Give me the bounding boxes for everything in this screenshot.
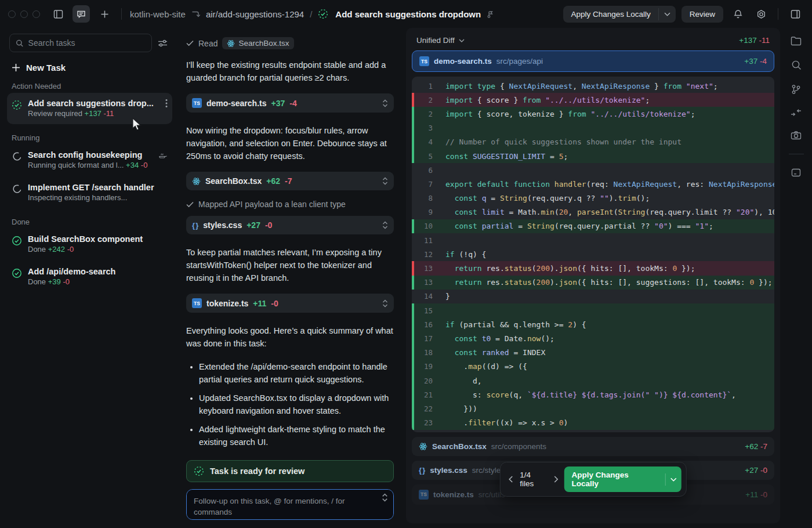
new-tab-button[interactable] <box>96 5 113 23</box>
diff-file-demo-search[interactable]: TS demo-search.ts src/pages/api +37 -4 <box>412 50 774 72</box>
diff-file-name: styles.css <box>430 466 467 475</box>
followup-composer[interactable]: Sonnet 4 Ask Permission <box>186 489 394 520</box>
diff-panel: Unified Diff +137 -11 TS demo-search.ts … <box>406 28 780 523</box>
apply-changes-chevron[interactable] <box>665 473 682 486</box>
additions-count: +27 <box>246 220 260 230</box>
task-check-icon <box>318 9 328 19</box>
notifications-bell-icon[interactable] <box>729 5 746 23</box>
tool-call-label: Read <box>198 39 217 48</box>
filter-icon[interactable] <box>158 39 168 48</box>
diff-file-searchbox[interactable]: SearchBox.tsx src/components +62 -7 <box>412 437 774 456</box>
deletions-count: -0 <box>265 220 272 230</box>
camera-icon[interactable] <box>791 131 802 140</box>
expand-chevrons-icon[interactable] <box>382 99 388 107</box>
code-line: 22 })) <box>412 402 774 415</box>
chat-view-icon[interactable] <box>72 5 90 23</box>
task-item-implement-get-handler[interactable]: Implement GET /search handler Inspecting… <box>7 177 172 208</box>
next-file-icon[interactable] <box>554 476 559 483</box>
code-line: 13 return res.status(200).json({ hits: [… <box>412 276 774 290</box>
right-panel-toggle-icon[interactable] <box>786 5 804 23</box>
css-braces-icon: { } <box>192 221 198 230</box>
window-close-button[interactable] <box>8 10 16 18</box>
diff-file-counts: +37 -4 <box>744 57 767 66</box>
task-title: Search config housekeeping <box>28 150 154 160</box>
git-branch-icon[interactable] <box>791 84 801 95</box>
task-item-add-api-demo-search[interactable]: Add /api/demo-search Done +39 -0 <box>7 261 172 292</box>
tool-call-mapped: Mapped API payload to a lean client type <box>186 200 394 209</box>
additions-count: +62 <box>266 176 280 186</box>
summary-item: Updated SearchBox.tsx to display a dropd… <box>199 392 394 417</box>
typescript-icon: TS <box>419 56 429 66</box>
code-line: 10 const partial = String(req.query.part… <box>412 219 774 233</box>
code-line: 21 s: score(q, `${d.title} ${d.tags.join… <box>412 388 774 402</box>
css-braces-icon: { } <box>419 466 425 475</box>
spinner-icon <box>12 150 22 170</box>
file-chip-name: styles.css <box>203 220 242 230</box>
apply-changes-locally-button[interactable]: Apply Changes Locally <box>563 6 675 23</box>
file-chip-styles[interactable]: { } styles.css +27 -0 <box>186 216 394 234</box>
expand-chevrons-icon[interactable] <box>382 177 388 185</box>
apply-changes-locally-button-floating[interactable]: Apply Changes Locally <box>564 466 682 492</box>
deletions-count: -4 <box>289 99 296 108</box>
apply-changes-chevron[interactable] <box>658 8 676 20</box>
section-done: Done <box>12 218 165 226</box>
search-icon[interactable] <box>791 60 802 70</box>
project-name[interactable]: kotlin-web-site <box>130 9 186 19</box>
plus-icon <box>12 63 20 72</box>
task-item-build-searchbox[interactable]: Build SearchBox component Done +242 -0 <box>7 229 172 260</box>
code-line: 2import { score, tokenize } from "../../… <box>412 107 774 121</box>
task-status: Review required +137 -11 <box>28 109 114 118</box>
file-pager: 1/4 files <box>508 471 558 488</box>
banner-text: Task is ready for review <box>210 466 304 476</box>
topbar-divider <box>121 8 122 20</box>
code-line: 8 const q = String(req.query.q ?? "").tr… <box>412 191 774 205</box>
task-status: Inspecting existing handlers... <box>28 193 127 202</box>
diff-total-counts: +137 -11 <box>739 36 770 45</box>
additions-count: +11 <box>253 299 266 308</box>
read-file-chip[interactable]: SearchBox.tsx <box>222 37 293 49</box>
task-title: Add /api/demo-search <box>28 267 168 276</box>
react-icon <box>227 39 235 48</box>
assistant-message: To keep partial matches relevant, I’m ex… <box>186 246 394 284</box>
expand-chevrons-icon[interactable] <box>382 299 388 308</box>
cooking-icon <box>158 150 168 159</box>
task-title: Implement GET /search handler <box>28 183 168 192</box>
review-button[interactable]: Review <box>682 6 723 23</box>
read-file-name: SearchBox.tsx <box>238 39 289 48</box>
deletions-count: -0 <box>271 299 278 308</box>
sidebar-toggle-icon[interactable] <box>49 5 67 23</box>
branch-name[interactable]: air/add-suggestions-1294 <box>206 9 304 19</box>
diff-mode-selector[interactable]: Unified Diff <box>416 36 465 45</box>
task-sidebar: New Task Action Needed Add search sugges… <box>0 28 177 528</box>
window-zoom-button[interactable] <box>32 10 40 18</box>
task-menu-icon[interactable] <box>165 99 168 108</box>
files-folder-icon[interactable] <box>791 36 802 46</box>
code-line: 15 <box>412 303 774 317</box>
expand-chevrons-icon[interactable] <box>382 221 388 229</box>
done-check-icon <box>12 267 22 287</box>
task-item-search-config[interactable]: Search config housekeeping Running quick… <box>7 144 172 176</box>
prev-file-icon[interactable] <box>508 476 513 483</box>
apply-changes-label[interactable]: Apply Changes Locally <box>563 6 658 23</box>
search-tasks-input[interactable] <box>28 38 146 48</box>
composer-expand-icon[interactable] <box>382 493 388 502</box>
react-icon <box>192 177 201 186</box>
window-controls[interactable] <box>8 10 40 18</box>
followup-input[interactable] <box>187 490 393 520</box>
file-chip-demo-search[interactable]: TS demo-search.ts +37 -4 <box>186 93 394 113</box>
settings-gear-icon[interactable] <box>752 5 770 23</box>
check-icon <box>186 40 194 46</box>
task-title: Build SearchBox component <box>28 234 168 244</box>
file-chip-searchbox[interactable]: SearchBox.tsx +62 -7 <box>186 172 394 190</box>
app-window: kotlin-web-site air/add-suggestions-1294… <box>0 0 812 528</box>
task-item-add-search-suggestions[interactable]: Add search suggestions drop... Review re… <box>7 93 172 124</box>
diff-code[interactable]: 1import type { NextApiRequest, NextApiRe… <box>412 77 774 432</box>
apply-changes-label[interactable]: Apply Changes Locally <box>564 466 665 492</box>
search-tasks-box[interactable] <box>9 34 152 52</box>
pr-branch-icon <box>487 10 495 19</box>
merge-arrows-icon[interactable] <box>791 109 802 117</box>
console-panel-icon[interactable] <box>791 168 801 177</box>
new-task-button[interactable]: New Task <box>12 63 165 73</box>
file-chip-tokenize[interactable]: TS tokenize.ts +11 -0 <box>186 294 394 313</box>
window-minimize-button[interactable] <box>20 10 28 18</box>
